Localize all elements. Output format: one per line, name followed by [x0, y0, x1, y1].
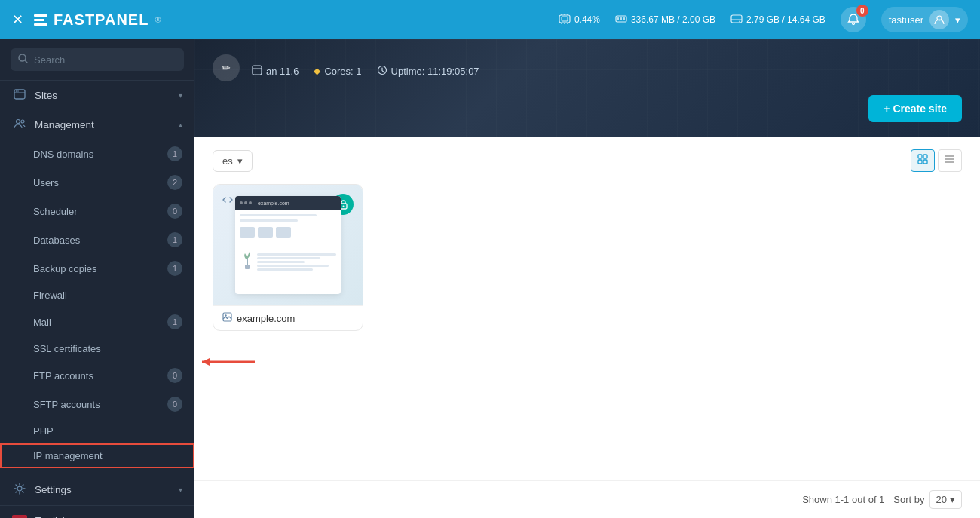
preview-content-line-2	[257, 257, 320, 259]
preview-content-line-3	[257, 261, 305, 263]
sidebar-item-ip-management[interactable]: IP management	[0, 443, 194, 468]
ram-icon	[615, 14, 627, 26]
cpu-stat: 0.44%	[559, 14, 600, 26]
cpu-value: 0.44%	[574, 14, 600, 25]
cores-text: Cores: 1	[324, 66, 361, 77]
main-layout: Sites ▾ Management ▴ DNS domains 1 Users…	[0, 39, 980, 518]
ram-stat: 336.67 MB / 2.00 GB	[615, 14, 715, 26]
cores-icon: ◆	[314, 66, 320, 76]
ftp-accounts-label: FTP accounts	[33, 370, 161, 382]
shown-label: Shown 1-1 out of 1	[802, 494, 884, 505]
mail-label: Mail	[33, 317, 161, 328]
flag-icon	[12, 515, 27, 518]
sidebar-item-language[interactable]: English ▾	[0, 505, 194, 518]
logo-icon	[34, 14, 47, 26]
list-view-button[interactable]	[938, 149, 962, 172]
svg-rect-31	[923, 160, 927, 164]
preview-dot-1	[240, 201, 243, 204]
sidebar-item-dns-domains[interactable]: DNS domains 1	[0, 139, 194, 168]
preview-body	[235, 210, 341, 275]
php-label: PHP	[33, 425, 182, 437]
sidebar-item-settings[interactable]: Settings ▾	[0, 474, 194, 505]
preview-line-2	[240, 219, 298, 222]
logo-bar-2	[34, 19, 44, 21]
os-text: an 11.6	[266, 66, 299, 77]
hero-banner: ✏ an 11.6 ◆ Cores: 1	[194, 39, 980, 137]
site-card-image: example.com	[213, 185, 363, 305]
sort-label: Sort by	[893, 494, 924, 505]
search-icon	[18, 54, 28, 66]
language-label: English	[35, 515, 68, 519]
search-input-wrap[interactable]	[11, 48, 184, 71]
settings-arrow: ▾	[179, 486, 182, 494]
language-arrow: ▾	[75, 514, 81, 518]
search-section	[0, 39, 194, 81]
plant-illustration	[240, 244, 255, 271]
filter-label: es	[222, 155, 233, 167]
disk-value: 2.79 GB / 14.64 GB	[746, 14, 825, 25]
create-site-button[interactable]: + Create site	[868, 95, 962, 122]
site-card[interactable]: example.com	[213, 184, 363, 331]
preview-content-line-5	[257, 268, 313, 271]
site-image-icon	[222, 312, 232, 324]
uptime-text: Uptime: 11:19:05:07	[391, 66, 479, 77]
svg-rect-28	[918, 155, 922, 158]
site-name: example.com	[237, 313, 295, 324]
logo-bars	[34, 14, 47, 26]
firewall-label: Firewall	[33, 290, 182, 301]
settings-icon	[12, 483, 27, 497]
sidebar-item-mail[interactable]: Mail 1	[0, 308, 194, 336]
svg-point-20	[17, 90, 19, 92]
hero-content: ✏ an 11.6 ◆ Cores: 1	[194, 39, 980, 97]
search-input[interactable]	[34, 54, 176, 66]
users-badge: 2	[167, 175, 182, 190]
sites-grid: example.com	[213, 184, 962, 331]
svg-rect-39	[223, 313, 231, 321]
management-icon	[12, 118, 27, 131]
sites-content: es ▾	[194, 137, 980, 480]
notifications-button[interactable]: 0	[841, 7, 866, 32]
scheduler-label: Scheduler	[33, 206, 161, 217]
sidebar-item-scheduler[interactable]: Scheduler 0	[0, 197, 194, 225]
os-icon	[252, 65, 262, 78]
sort-select: Sort by 20 ▾	[893, 490, 962, 509]
site-card-footer: example.com	[213, 305, 363, 330]
user-menu-button[interactable]: fastuser ▾	[881, 7, 968, 32]
svg-rect-10	[620, 17, 622, 20]
sidebar-item-php[interactable]: PHP	[0, 418, 194, 443]
sidebar-item-sites[interactable]: Sites ▾	[0, 81, 194, 110]
sort-value: 20	[936, 494, 947, 505]
sidebar-item-management[interactable]: Management ▴	[0, 110, 194, 139]
management-arrow: ▴	[179, 121, 182, 129]
grid-view-button[interactable]	[911, 149, 935, 172]
user-avatar	[929, 10, 949, 29]
close-button[interactable]: ✕	[12, 13, 23, 26]
sidebar-item-users[interactable]: Users 2	[0, 168, 194, 197]
sites-icon	[12, 89, 27, 102]
logo-bar-1	[34, 14, 47, 17]
filter-dropdown[interactable]: es ▾	[213, 150, 253, 172]
svg-point-22	[21, 120, 24, 123]
backup-copies-badge: 1	[167, 261, 182, 276]
sidebar-item-databases[interactable]: Databases 1	[0, 225, 194, 254]
databases-label: Databases	[33, 234, 161, 246]
ip-management-label: IP management	[33, 450, 182, 461]
sort-dropdown[interactable]: 20 ▾	[929, 490, 962, 509]
sftp-accounts-badge: 0	[167, 397, 182, 412]
svg-rect-29	[923, 155, 927, 158]
management-label: Management	[35, 119, 171, 130]
sidebar-item-firewall[interactable]: Firewall	[0, 283, 194, 308]
edit-button[interactable]: ✏	[213, 54, 240, 81]
sidebar-item-backup-copies[interactable]: Backup copies 1	[0, 254, 194, 283]
sites-footer: Shown 1-1 out of 1 Sort by 20 ▾	[194, 480, 980, 518]
sidebar: Sites ▾ Management ▴ DNS domains 1 Users…	[0, 39, 194, 518]
mail-badge: 1	[167, 314, 182, 329]
svg-line-16	[25, 60, 28, 63]
sidebar-item-ssl-certificates[interactable]: SSL certificates	[0, 336, 194, 361]
ftp-accounts-badge: 0	[167, 368, 182, 383]
svg-point-13	[739, 20, 740, 22]
content-area: ✏ an 11.6 ◆ Cores: 1	[194, 39, 980, 518]
preview-url: example.com	[258, 201, 289, 206]
sidebar-item-sftp-accounts[interactable]: SFTP accounts 0	[0, 390, 194, 418]
sidebar-item-ftp-accounts[interactable]: FTP accounts 0	[0, 361, 194, 390]
